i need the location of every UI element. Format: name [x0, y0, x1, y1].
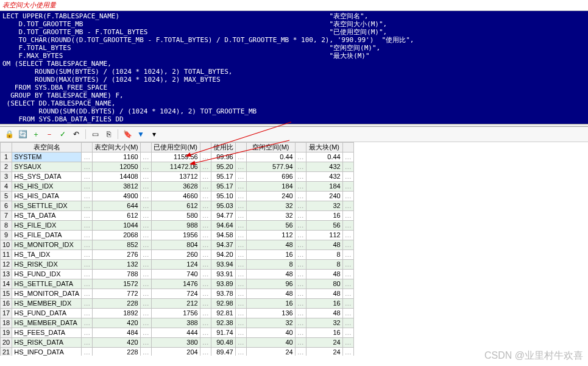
- cell[interactable]: …: [342, 348, 353, 356]
- column-header[interactable]: 表空间大小(M): [93, 143, 141, 152]
- cell[interactable]: …: [235, 211, 246, 221]
- cell[interactable]: HS_MEMBER_DATA: [12, 318, 82, 328]
- export-icon[interactable]: ⎘: [103, 129, 114, 140]
- column-header[interactable]: [295, 143, 306, 152]
- cell[interactable]: …: [342, 231, 353, 240]
- cell[interactable]: HS_FILE_DATA: [12, 231, 82, 240]
- cell[interactable]: 260: [151, 250, 200, 260]
- result-grid[interactable]: 表空间名表空间大小(M)已使用空间(M)使用比空闲空间(M)最大块(M)1SYS…: [0, 142, 354, 356]
- cell[interactable]: 13: [1, 270, 12, 279]
- cell[interactable]: 8: [306, 250, 342, 260]
- cell[interactable]: …: [295, 348, 306, 356]
- cell[interactable]: 124: [151, 260, 200, 270]
- cell[interactable]: 1160: [93, 152, 141, 162]
- table-row[interactable]: 16HS_MEMBER_IDX…228…212…92.98…16…16…: [1, 299, 354, 309]
- cell[interactable]: …: [200, 182, 211, 192]
- cell[interactable]: 112: [246, 231, 295, 240]
- cell[interactable]: 93.91: [211, 270, 235, 279]
- cell[interactable]: …: [235, 299, 246, 309]
- cell[interactable]: …: [295, 250, 306, 260]
- cell[interactable]: 7: [1, 211, 12, 221]
- cell[interactable]: 24: [306, 348, 342, 356]
- cell[interactable]: 94.37: [211, 240, 235, 250]
- cell[interactable]: 276: [93, 250, 141, 260]
- cell[interactable]: …: [82, 240, 93, 250]
- cell[interactable]: 16: [246, 299, 295, 309]
- cell[interactable]: 1044: [93, 221, 141, 231]
- cell[interactable]: …: [140, 270, 151, 279]
- cell[interactable]: …: [82, 250, 93, 260]
- cell[interactable]: …: [200, 221, 211, 231]
- cell[interactable]: 48: [306, 240, 342, 250]
- cell[interactable]: HS_TA_IDX: [12, 250, 82, 260]
- cell[interactable]: …: [235, 221, 246, 231]
- cell[interactable]: …: [235, 279, 246, 289]
- cell[interactable]: …: [235, 260, 246, 270]
- cell[interactable]: 432: [306, 162, 342, 172]
- cell[interactable]: HS_SYS_DATA: [12, 172, 82, 182]
- cell[interactable]: …: [295, 221, 306, 231]
- cell[interactable]: 17: [1, 309, 12, 318]
- cell[interactable]: 14408: [93, 172, 141, 182]
- cell[interactable]: 99.96: [211, 152, 235, 162]
- cell[interactable]: 32: [246, 318, 295, 328]
- cell[interactable]: …: [140, 338, 151, 348]
- single-record-icon[interactable]: ▭: [90, 129, 101, 140]
- cell[interactable]: 740: [151, 270, 200, 279]
- cell[interactable]: …: [140, 328, 151, 338]
- rollback-icon[interactable]: ↶: [71, 129, 82, 140]
- cell[interactable]: 9: [1, 231, 12, 240]
- cell[interactable]: 48: [246, 270, 295, 279]
- result-grid-wrapper[interactable]: 表空间名表空间大小(M)已使用空间(M)使用比空闲空间(M)最大块(M)1SYS…: [0, 142, 588, 356]
- cell[interactable]: 132: [93, 260, 141, 270]
- cell[interactable]: …: [235, 162, 246, 172]
- table-row[interactable]: 21HS_INFO_DATA…228…204…89.47…24…24…: [1, 348, 354, 356]
- cell[interactable]: …: [295, 152, 306, 162]
- cell[interactable]: 95.20: [211, 162, 235, 172]
- cell[interactable]: 3: [1, 172, 12, 182]
- cell[interactable]: 16: [1, 299, 12, 309]
- cell[interactable]: HS_HIS_DATA: [12, 192, 82, 201]
- column-header[interactable]: 最大块(M): [306, 143, 342, 152]
- cell[interactable]: …: [295, 240, 306, 250]
- column-header[interactable]: [342, 143, 353, 152]
- cell[interactable]: …: [295, 309, 306, 318]
- cell[interactable]: …: [342, 270, 353, 279]
- cell[interactable]: 852: [93, 240, 141, 250]
- cell[interactable]: …: [82, 231, 93, 240]
- cell[interactable]: 24: [306, 338, 342, 348]
- cell[interactable]: …: [235, 338, 246, 348]
- sql-editor[interactable]: LECT UPPER(F.TABLESPACE_NAME) "表空间名", D.…: [0, 11, 588, 124]
- cell[interactable]: …: [140, 260, 151, 270]
- table-row[interactable]: 2SYSAUX…12050…11472.06…95.20…577.94…432…: [1, 162, 354, 172]
- cell[interactable]: …: [82, 299, 93, 309]
- cell[interactable]: …: [342, 152, 353, 162]
- table-row[interactable]: 12HS_RISK_IDX…132…124…93.94…8…8…: [1, 260, 354, 270]
- cell[interactable]: 1: [1, 152, 12, 162]
- cell[interactable]: …: [200, 270, 211, 279]
- cell[interactable]: …: [200, 240, 211, 250]
- cell[interactable]: …: [140, 348, 151, 356]
- cell[interactable]: …: [200, 192, 211, 201]
- cell[interactable]: …: [295, 318, 306, 328]
- cell[interactable]: HS_FILE_IDX: [12, 221, 82, 231]
- cell[interactable]: HS_TA_DATA: [12, 211, 82, 221]
- cell[interactable]: 93.78: [211, 289, 235, 299]
- cell[interactable]: …: [295, 270, 306, 279]
- cell[interactable]: 228: [93, 299, 141, 309]
- cell[interactable]: 94.58: [211, 231, 235, 240]
- table-row[interactable]: 17HS_FUND_DATA…1892…1756…92.81…136…48…: [1, 309, 354, 318]
- cell[interactable]: …: [140, 289, 151, 299]
- table-row[interactable]: 3HS_SYS_DATA…14408…13712…95.17…696…432…: [1, 172, 354, 182]
- cell[interactable]: …: [200, 338, 211, 348]
- table-row[interactable]: 18HS_MEMBER_DATA…420…388…92.38…32…32…: [1, 318, 354, 328]
- table-row[interactable]: 4HS_HIS_IDX…3812…3628…95.17…184…184…: [1, 182, 354, 192]
- cell[interactable]: …: [342, 182, 353, 192]
- cell[interactable]: HS_RISK_IDX: [12, 260, 82, 270]
- cell[interactable]: …: [200, 201, 211, 211]
- cell[interactable]: …: [140, 279, 151, 289]
- cell[interactable]: …: [235, 328, 246, 338]
- cell[interactable]: …: [342, 172, 353, 182]
- cell[interactable]: …: [82, 192, 93, 201]
- cell[interactable]: 988: [151, 221, 200, 231]
